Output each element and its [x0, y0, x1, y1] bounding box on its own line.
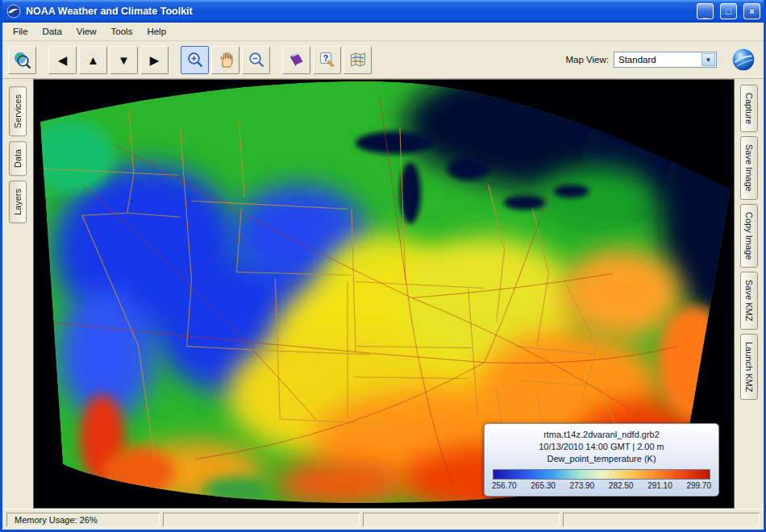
map-canvas[interactable]: rtma.t14z.2dvaranl_ndfd.grb2 10/13/2010 …: [33, 79, 735, 509]
zoom-world-icon: [13, 51, 31, 69]
tab-launch-kmz[interactable]: Launch KMZ: [740, 334, 758, 400]
toolbar: ◀ ▲ ▼ ▶: [2, 41, 764, 79]
book-icon: [288, 51, 306, 69]
content-area: Services Data Layers: [2, 79, 764, 509]
map-view-group: Map View: Standard ▼: [566, 45, 758, 74]
zoom-out-icon: [248, 51, 265, 69]
legend-tick: 291.10: [647, 481, 672, 490]
legend-tick: 299.70: [686, 481, 711, 490]
menubar: File Data View Tools Help: [2, 23, 764, 41]
legend-tick: 282.50: [609, 481, 634, 490]
map-legend: rtma.t14z.2dvaranl_ndfd.grb2 10/13/2010 …: [484, 423, 719, 497]
legend-parameter: Dew_point_temperature (K): [492, 453, 711, 465]
memory-usage-panel: Memory Usage: 26%: [6, 513, 160, 527]
google-earth-button[interactable]: [729, 45, 758, 74]
up-arrow-icon: ▲: [87, 54, 99, 66]
pan-right-button[interactable]: ▶: [140, 46, 169, 74]
down-arrow-icon: ▼: [118, 54, 130, 66]
menu-item-tools[interactable]: Tools: [104, 24, 140, 39]
statusbar: Memory Usage: 26%: [2, 509, 764, 530]
titlebar: NOAA Weather and Climate Toolkit _ □ ×: [2, 0, 764, 23]
data-browser-button[interactable]: [282, 46, 310, 74]
minimize-button[interactable]: _: [697, 3, 714, 19]
legend-filename: rtma.t14z.2dvaranl_ndfd.grb2: [492, 429, 711, 441]
status-panel: [163, 513, 360, 527]
legend-tick: 265.30: [531, 481, 556, 490]
globe-icon: [731, 48, 756, 72]
pan-tool-button[interactable]: [211, 46, 239, 74]
tab-save-image[interactable]: Save Image: [740, 136, 758, 200]
pan-up-button[interactable]: ▲: [79, 46, 107, 74]
zoom-in-icon: [186, 51, 204, 69]
status-panel: [363, 513, 560, 527]
sidebar-right: Capture Save Image Copy Image Save KMZ L…: [735, 79, 764, 509]
help-button[interactable]: ?: [313, 46, 341, 74]
map-view-select[interactable]: Standard ▼: [614, 52, 717, 68]
window-title: NOAA Weather and Climate Toolkit: [26, 6, 692, 17]
left-arrow-icon: ◀: [58, 54, 68, 66]
legend-tick: 273.90: [570, 481, 595, 490]
app-window: NOAA Weather and Climate Toolkit _ □ × F…: [0, 0, 766, 532]
maximize-button[interactable]: □: [720, 3, 737, 19]
zoom-in-button[interactable]: [181, 46, 209, 74]
tab-save-kmz[interactable]: Save KMZ: [740, 272, 758, 329]
pan-left-button[interactable]: ◀: [48, 46, 77, 74]
map-icon: [349, 51, 367, 69]
tab-capture[interactable]: Capture: [740, 85, 758, 132]
map-overlay-button[interactable]: [343, 46, 372, 74]
zoom-out-button[interactable]: [242, 46, 270, 74]
right-arrow-icon: ▶: [150, 54, 160, 66]
tab-layers[interactable]: Layers: [9, 181, 27, 223]
menu-item-view[interactable]: View: [69, 24, 104, 39]
noaa-logo-icon: [6, 4, 21, 19]
pan-down-button[interactable]: ▼: [110, 46, 138, 74]
sidebar-left: Services Data Layers: [2, 79, 33, 509]
legend-ticks: 256.70 265.30 273.90 282.50 291.10 299.7…: [492, 481, 711, 490]
tab-copy-image[interactable]: Copy Image: [740, 204, 758, 268]
menu-item-help[interactable]: Help: [139, 24, 173, 39]
legend-tick: 256.70: [492, 481, 517, 490]
status-panel: [563, 513, 760, 527]
help-icon: ?: [318, 51, 336, 69]
hand-icon: [217, 51, 235, 69]
menu-item-file[interactable]: File: [6, 24, 35, 39]
legend-datetime: 10/13/2010 14:00 GMT | 2.00 m: [492, 441, 711, 453]
close-button[interactable]: ×: [743, 3, 760, 19]
tab-data[interactable]: Data: [9, 141, 27, 176]
map-view-value: Standard: [618, 55, 701, 64]
svg-text:?: ?: [323, 53, 327, 63]
legend-colorbar: [493, 469, 710, 480]
tab-services[interactable]: Services: [9, 86, 27, 136]
zoom-world-button[interactable]: [8, 46, 36, 74]
map-view-label: Map View:: [566, 55, 609, 64]
menu-item-data[interactable]: Data: [35, 24, 69, 39]
chevron-down-icon: ▼: [701, 53, 715, 66]
